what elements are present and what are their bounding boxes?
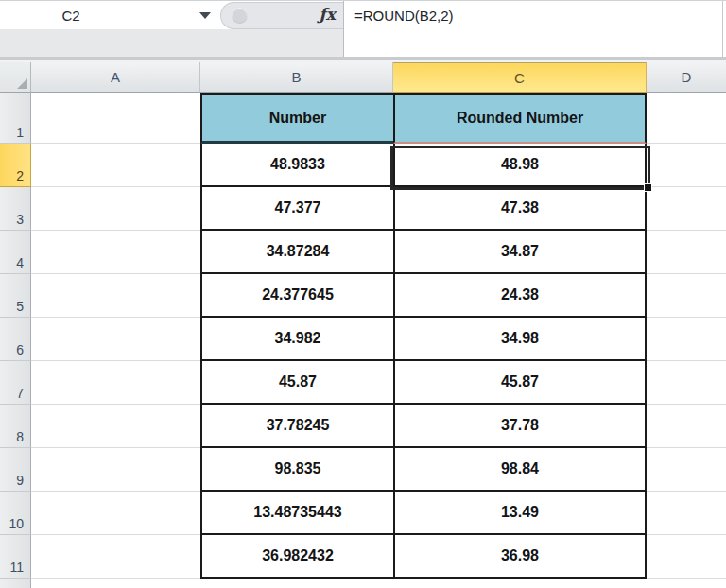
row-header-2[interactable]: 2	[0, 144, 31, 187]
column-header-C[interactable]: C	[393, 62, 647, 93]
row-header-4[interactable]: 4	[0, 231, 31, 274]
row-header-10[interactable]: 10	[0, 492, 31, 535]
cell-D4[interactable]	[647, 231, 726, 274]
cell-D11[interactable]	[647, 535, 726, 579]
cell-B9[interactable]: 98.835	[200, 448, 393, 492]
cell-B7[interactable]: 45.87	[200, 361, 393, 405]
cell-D3[interactable]	[647, 187, 726, 231]
cell-B10[interactable]: 13.48735443	[200, 492, 393, 535]
cell-D5[interactable]	[647, 274, 726, 318]
splitter-handle-icon[interactable]	[232, 8, 248, 24]
cell-B3[interactable]: 47.377	[200, 187, 393, 231]
cell-D2[interactable]	[647, 144, 726, 187]
cell-C3[interactable]: 47.38	[393, 187, 647, 231]
select-all-triangle-icon	[17, 78, 27, 89]
cell-A1[interactable]	[31, 93, 200, 144]
cell-C7[interactable]: 45.87	[393, 361, 647, 405]
column-header-D[interactable]: D	[647, 62, 726, 93]
name-box-dropdown-arrow-icon[interactable]	[199, 12, 211, 19]
formula-bar-splitter: ƒx	[220, 2, 343, 29]
formula-bar-row: C2 ƒx =ROUND(B2,2)	[0, 0, 726, 58]
cell-B6[interactable]: 34.982	[200, 318, 393, 361]
cell-C10[interactable]: 13.49	[393, 492, 647, 535]
cell-B8[interactable]: 37.78245	[200, 405, 393, 448]
cell-A5[interactable]	[31, 274, 200, 318]
row-header-11[interactable]: 11	[0, 535, 31, 579]
cell-A2[interactable]	[31, 144, 200, 187]
cell-D7[interactable]	[647, 361, 726, 405]
cell-B4[interactable]: 34.87284	[200, 231, 393, 274]
cell-C1[interactable]: Rounded Number	[393, 93, 647, 144]
formula-input[interactable]: =ROUND(B2,2)	[354, 2, 454, 29]
insert-function-button[interactable]: ƒx	[320, 5, 336, 24]
cell-C6[interactable]: 34.98	[393, 318, 647, 361]
row-header-6[interactable]: 6	[0, 318, 31, 361]
formula-bar-divider	[343, 1, 344, 58]
cell-D6[interactable]	[647, 318, 726, 361]
cell-B2[interactable]: 48.9833	[200, 144, 393, 187]
spreadsheet-app: C2 ƒx =ROUND(B2,2) A B C D 1NumberRounde…	[0, 0, 726, 588]
cell-A3[interactable]	[31, 187, 200, 231]
name-box[interactable]: C2	[0, 2, 194, 29]
cell-C5[interactable]: 24.38	[393, 274, 647, 318]
formula-bar-right-edge	[722, 1, 723, 58]
cell-D8[interactable]	[647, 405, 726, 448]
name-box-value: C2	[0, 2, 142, 29]
cell-C8[interactable]: 37.78	[393, 405, 647, 448]
cell-A4[interactable]	[31, 231, 200, 274]
cell-A8[interactable]	[31, 405, 200, 448]
cell-A10[interactable]	[31, 492, 200, 535]
column-header-B[interactable]: B	[200, 62, 393, 93]
row-header-7[interactable]: 7	[0, 361, 31, 405]
cell-B11[interactable]: 36.982432	[200, 535, 393, 579]
cell-C9[interactable]: 98.84	[393, 448, 647, 492]
row-header-5[interactable]: 5	[0, 274, 31, 318]
row-header-partial	[0, 579, 31, 588]
row-header-3[interactable]: 3	[0, 187, 31, 231]
name-box-lower-area	[0, 29, 343, 58]
cell-A11[interactable]	[31, 535, 200, 579]
cell-D9[interactable]	[647, 448, 726, 492]
select-all-button[interactable]	[0, 62, 31, 93]
cell-B1[interactable]: Number	[200, 93, 393, 144]
cell-D10[interactable]	[647, 492, 726, 535]
cell-A9[interactable]	[31, 448, 200, 492]
cell-A7[interactable]	[31, 361, 200, 405]
row-header-1[interactable]: 1	[0, 93, 31, 144]
row-header-8[interactable]: 8	[0, 405, 31, 448]
fill-handle[interactable]	[644, 183, 652, 192]
cell-B5[interactable]: 24.377645	[200, 274, 393, 318]
selected-cell-outline	[390, 146, 650, 190]
cell-A6[interactable]	[31, 318, 200, 361]
row-header-9[interactable]: 9	[0, 448, 31, 492]
cell-D1[interactable]	[647, 93, 726, 144]
cell-C4[interactable]: 34.87	[393, 231, 647, 274]
column-header-A[interactable]: A	[31, 62, 200, 93]
cell-C11[interactable]: 36.98	[393, 535, 647, 579]
